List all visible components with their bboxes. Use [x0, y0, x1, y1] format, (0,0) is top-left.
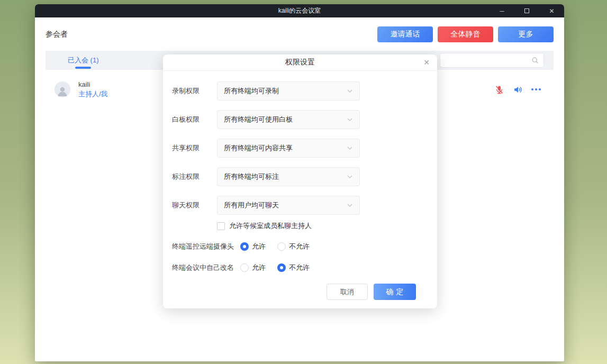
share-permission-label: 共享权限 — [172, 143, 217, 153]
whiteboard-permission-row: 白板权限 所有终端均可使用白板 — [172, 110, 427, 129]
chevron-down-icon — [347, 145, 353, 151]
dialog-close-icon[interactable]: ✕ — [423, 59, 430, 66]
participant-role: 主持人/我 — [78, 90, 108, 98]
confirm-button[interactable]: 确定 — [374, 284, 416, 300]
remote-camera-allow-option[interactable]: 允许 — [237, 242, 266, 251]
avatar — [55, 81, 70, 97]
radio-button[interactable] — [277, 242, 286, 251]
rename-deny-option[interactable]: 不允许 — [274, 263, 310, 272]
minimize-button[interactable]: ─ — [490, 4, 514, 17]
share-permission-select[interactable]: 所有终端均可内容共享 — [217, 139, 360, 158]
mute-all-button[interactable]: 全体静音 — [438, 26, 493, 42]
window-title: kaili的云会议室 — [35, 6, 564, 15]
participant-name: kaili — [78, 81, 108, 88]
share-permission-row: 共享权限 所有终端均可内容共享 — [172, 139, 427, 158]
header-buttons: 邀请通话 全体静音 更多 — [377, 26, 554, 42]
chevron-down-icon — [347, 174, 353, 180]
search-box[interactable] — [440, 53, 544, 68]
maximize-icon — [524, 8, 529, 13]
tab-joined[interactable]: 已入会 (1) — [68, 51, 99, 70]
dialog-body: 录制权限 所有终端均可录制 白板权限 所有终端均可使用白板 共享权限 所有终端均… — [163, 71, 437, 300]
waiting-room-chat-checkbox[interactable] — [217, 222, 225, 230]
maximize-button[interactable] — [514, 4, 539, 17]
person-icon — [56, 85, 69, 97]
close-icon: ✕ — [549, 7, 554, 15]
remote-camera-deny-option[interactable]: 不允许 — [274, 242, 310, 251]
dialog-footer: 取消 确定 — [172, 284, 427, 300]
annotation-permission-label: 标注权限 — [172, 172, 217, 181]
search-input[interactable] — [446, 57, 531, 65]
titlebar[interactable]: kaili的云会议室 ─ ✕ — [35, 4, 564, 17]
chevron-down-icon — [347, 116, 353, 123]
cancel-button[interactable]: 取消 — [327, 284, 368, 300]
speaker-icon[interactable] — [513, 85, 523, 95]
more-options-icon[interactable] — [531, 86, 541, 93]
rename-allow-option[interactable]: 允许 — [237, 263, 266, 272]
record-permission-select[interactable]: 所有终端均可录制 — [217, 81, 360, 101]
window-controls: ─ ✕ — [490, 4, 564, 17]
participant-names: kaili 主持人/我 — [78, 81, 108, 98]
panel-header: 参会者 邀请通话 全体静音 更多 — [35, 17, 564, 51]
chat-permission-row: 聊天权限 所有用户均可聊天 — [172, 196, 427, 215]
more-button[interactable]: 更多 — [498, 26, 554, 42]
remote-camera-control-label: 终端遥控远端摄像头 — [172, 242, 237, 251]
radio-button[interactable] — [240, 242, 249, 251]
tab-active-underline — [75, 67, 91, 69]
mic-muted-icon[interactable] — [494, 85, 504, 95]
chat-permission-select[interactable]: 所有用户均可聊天 — [217, 196, 360, 215]
permission-settings-dialog: 权限设置 ✕ 录制权限 所有终端均可录制 白板权限 所有终端均可使用白板 共享权… — [163, 54, 437, 308]
waiting-room-chat-row: 允许等候室成员私聊主持人 — [217, 221, 427, 231]
chat-permission-label: 聊天权限 — [172, 201, 217, 210]
annotation-permission-select[interactable]: 所有终端均可标注 — [217, 167, 360, 186]
invite-call-button[interactable]: 邀请通话 — [377, 26, 433, 42]
close-button[interactable]: ✕ — [539, 4, 564, 17]
whiteboard-permission-select[interactable]: 所有终端均可使用白板 — [217, 110, 360, 129]
dialog-header: 权限设置 ✕ — [163, 54, 437, 71]
dialog-title: 权限设置 — [285, 58, 315, 67]
record-permission-label: 录制权限 — [172, 86, 217, 96]
page-title: 参会者 — [46, 30, 68, 39]
tab-joined-label: 已入会 (1) — [68, 56, 99, 65]
minimize-icon: ─ — [500, 7, 504, 15]
rename-self-row: 终端会议中自己改名 允许 不允许 — [172, 262, 427, 274]
search-icon — [531, 56, 539, 65]
record-permission-row: 录制权限 所有终端均可录制 — [172, 81, 427, 101]
waiting-room-chat-label: 允许等候室成员私聊主持人 — [229, 221, 312, 231]
participant-controls — [494, 85, 541, 95]
annotation-permission-row: 标注权限 所有终端均可标注 — [172, 167, 427, 186]
whiteboard-permission-label: 白板权限 — [172, 115, 217, 124]
remote-camera-control-row: 终端遥控远端摄像头 允许 不允许 — [172, 241, 427, 252]
rename-self-label: 终端会议中自己改名 — [172, 263, 237, 272]
radio-button[interactable] — [240, 263, 249, 272]
chevron-down-icon — [347, 202, 353, 208]
chevron-down-icon — [347, 88, 353, 94]
radio-button[interactable] — [277, 263, 286, 272]
